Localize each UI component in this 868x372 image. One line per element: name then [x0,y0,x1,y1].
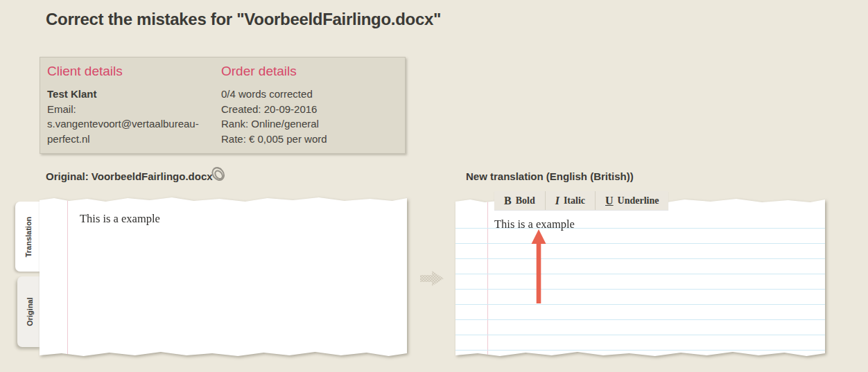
page-title: Correct the mistakes for "VoorbeeldFairl… [46,8,441,30]
tab-translation-label: Translation [24,216,33,257]
tab-original[interactable]: Original [17,276,42,347]
up-arrow-icon [530,229,548,306]
translation-paper: This is a example [455,199,825,357]
ruled-lines [455,213,825,353]
client-details: Client details Test Klant Email: s.vange… [47,63,220,146]
bold-button[interactable]: B Bold [494,191,545,210]
order-words-corrected: 0/4 words corrected [221,87,394,102]
format-toolbar: B Bold I Italic U Underline [494,191,668,210]
italic-button[interactable]: I Italic [545,191,595,210]
details-box: Client details Test Klant Email: s.vange… [40,57,406,154]
order-created: Created: 20-09-2016 [221,102,394,117]
bold-button-label: Bold [516,195,535,206]
underline-button[interactable]: U Underline [595,191,668,210]
original-paper: This is a example [40,197,407,357]
paperclip-icon[interactable] [209,165,227,186]
original-paper-sheet[interactable]: This is a example [40,197,407,357]
underline-icon: U [605,195,614,207]
client-email-label: Email: [47,102,220,117]
client-details-heading: Client details [47,63,220,80]
order-rate: Rate: € 0,005 per word [221,132,394,147]
tab-original-label: Original [26,297,34,326]
tab-translation[interactable]: Translation [15,202,42,272]
order-details-heading: Order details [221,63,394,80]
client-email: s.vangentevoort@vertaalbureau-perfect.nl [47,116,220,146]
order-details: Order details 0/4 words corrected Create… [221,63,394,146]
margin-line [67,197,68,357]
translation-editor[interactable]: This is a example [455,199,825,357]
bold-icon: B [504,195,512,207]
original-panel-label-text: Original: VoorbeeldFairlingo.docx [46,170,213,182]
order-rank: Rank: Online/general [221,116,394,132]
italic-button-label: Italic [564,195,585,206]
translation-panel-label: New translation (English (British)) [466,170,634,183]
page: Correct the mistakes for "VoorbeeldFairl… [0,0,868,372]
client-name: Test Klant [47,87,220,102]
italic-icon: I [555,195,559,207]
original-panel-label: Original: VoorbeeldFairlingo.docx [46,170,213,183]
underline-button-label: Underline [618,195,659,206]
forward-arrow-icon [419,269,446,291]
original-text: This is a example [80,212,160,226]
